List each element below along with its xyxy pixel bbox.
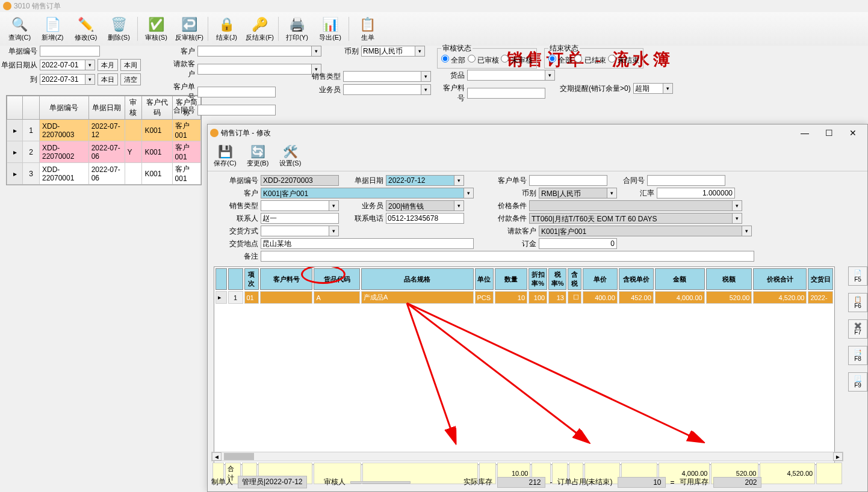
filter-custdoc[interactable] (197, 87, 276, 97)
edit-toolbar-变更(B)[interactable]: 🔄变更(B) (243, 143, 272, 170)
form-salesman[interactable]: 200|销售钱 (386, 200, 454, 211)
main-grid-header[interactable]: 单据编号 (40, 96, 89, 120)
side-btn-F9[interactable]: 📃F9 (848, 372, 867, 392)
form-phone[interactable] (386, 213, 464, 224)
main-grid-header[interactable]: 审核 (125, 96, 142, 120)
close-button[interactable]: ✕ (841, 126, 865, 140)
side-btn-F7[interactable]: ✖️F7 (848, 319, 867, 339)
close-opt-yes[interactable]: 已结束 (574, 56, 606, 64)
detail-header[interactable]: 含税 (568, 268, 581, 290)
form-doc-date[interactable]: 2022-07-12 (386, 175, 454, 186)
detail-header[interactable]: 交货日 (808, 268, 833, 290)
main-grid-header[interactable] (7, 96, 23, 120)
form-cust-dd-icon[interactable]: ▾ (464, 188, 474, 198)
form-cust[interactable]: K001|客户001 (261, 188, 464, 198)
edit-toolbar-设置(S)[interactable]: 🛠️设置(S) (276, 143, 305, 170)
main-grid-header[interactable] (23, 96, 40, 120)
filter-product[interactable] (467, 70, 545, 81)
form-deposit[interactable]: 0 (539, 238, 617, 249)
form-reqcust[interactable]: K001|客户001 (539, 226, 742, 236)
form-payterm[interactable]: TT060|月结T/T60天 EOM T/T 60 DAYS (529, 213, 733, 224)
detail-header[interactable]: 单价 (583, 268, 618, 290)
product-dd-icon[interactable]: ▾ (545, 70, 555, 81)
form-payterm-dd-icon[interactable]: ▾ (733, 213, 742, 224)
form-reqcust-dd-icon[interactable]: ▾ (742, 226, 752, 236)
toolbar-新增(Z)[interactable]: 📄新增(Z) (36, 13, 69, 45)
form-priceterm[interactable] (529, 200, 733, 211)
main-grid-row[interactable]: ▸3XDD-220700012022-07-06K001客户001 (7, 163, 201, 185)
saletype-dd-icon[interactable]: ▾ (421, 71, 431, 82)
toolbar-反审核(F)[interactable]: ↩️反审核(F) (173, 13, 206, 45)
form-saletype[interactable] (261, 200, 329, 211)
audit-opt-yes[interactable]: 已审核 (468, 56, 499, 64)
audit-opt-no[interactable]: 未审核 (501, 56, 532, 64)
toolbar-结束(J)[interactable]: 🔒结束(J) (210, 13, 243, 45)
detail-header[interactable]: 税额 (706, 268, 752, 290)
form-contact[interactable] (261, 213, 339, 224)
btn-this-month[interactable]: 本月 (98, 59, 118, 71)
detail-header[interactable]: 品名规格 (361, 268, 473, 290)
form-salesman-dd-icon[interactable]: ▾ (454, 200, 464, 211)
filter-cust[interactable] (197, 46, 312, 57)
close-opt-all[interactable]: 全部 (548, 56, 572, 64)
toolbar-修改(G)[interactable]: ✏️修改(G) (69, 13, 102, 45)
form-delivmode[interactable] (261, 226, 329, 236)
form-contract[interactable] (647, 175, 725, 186)
toolbar-删除(S)[interactable]: 🗑️删除(S) (102, 13, 135, 45)
due-dd-icon[interactable]: ▾ (663, 83, 673, 94)
form-cust-doc[interactable] (529, 175, 607, 186)
filter-date-from[interactable] (40, 60, 85, 70)
detail-header[interactable]: 单位 (475, 268, 494, 290)
main-grid-row[interactable]: ▸1XDD-220700032022-07-12K001客户001 (7, 120, 201, 141)
scroll-left-icon[interactable]: ◄ (212, 452, 222, 461)
detail-header[interactable]: 项次 (244, 268, 259, 290)
main-grid-row[interactable]: ▸2XDD-220700022022-07-06YK001客户001 (7, 141, 201, 163)
filter-due[interactable] (633, 83, 663, 94)
maximize-button[interactable]: ☐ (817, 126, 841, 140)
side-btn-F8[interactable]: 📑F8 (848, 346, 867, 365)
filter-currency[interactable] (361, 46, 415, 57)
detail-hscroll[interactable]: ◄ ► (211, 452, 843, 461)
toolbar-审核(S)[interactable]: ✅审核(S) (140, 13, 173, 45)
form-delivaddr[interactable] (261, 238, 474, 249)
toolbar-反结束(F)[interactable]: 🔑反结束(F) (243, 13, 276, 45)
form-saletype-dd-icon[interactable]: ▾ (329, 200, 339, 211)
form-remark[interactable] (261, 251, 754, 262)
side-btn-F6[interactable]: 📋F6 (848, 293, 867, 312)
filter-saletype[interactable] (343, 71, 421, 82)
scroll-right-icon[interactable]: ► (833, 452, 843, 461)
close-opt-no[interactable]: 未结束 (608, 56, 639, 64)
filter-date-to[interactable] (40, 74, 85, 85)
detail-header[interactable] (228, 268, 243, 290)
toolbar-查询(C)[interactable]: 🔍查询(C) (3, 13, 36, 45)
main-grid-header[interactable]: 单据日期 (88, 96, 125, 120)
form-currency-dd-icon[interactable]: ▾ (607, 188, 617, 198)
filter-custpart[interactable] (467, 88, 545, 99)
form-delivmode-dd-icon[interactable]: ▾ (329, 226, 339, 236)
filter-contract[interactable] (197, 105, 276, 115)
btn-this-week[interactable]: 本周 (120, 59, 141, 71)
audit-opt-all[interactable]: 全部 (441, 56, 465, 64)
filter-doc-no[interactable] (40, 46, 100, 57)
filter-reqcust[interactable] (197, 64, 312, 75)
cust-dd-icon[interactable]: ▾ (312, 46, 321, 57)
detail-header[interactable]: 数量 (495, 268, 527, 290)
detail-header[interactable]: 含税单价 (619, 268, 654, 290)
detail-header[interactable]: 客户料号 (260, 268, 312, 290)
detail-header[interactable]: 金额 (655, 268, 705, 290)
doc-date-dd-icon[interactable]: ▾ (454, 175, 464, 186)
btn-clear[interactable]: 清空 (120, 73, 141, 85)
salesman-dd-icon[interactable]: ▾ (421, 84, 431, 95)
detail-header[interactable]: 价税合计 (753, 268, 807, 290)
minimize-button[interactable]: — (793, 126, 817, 140)
detail-header[interactable]: 货品代码 (314, 268, 360, 290)
form-priceterm-dd-icon[interactable]: ▾ (733, 200, 742, 211)
currency-dd-icon[interactable]: ▾ (415, 46, 425, 57)
detail-grid[interactable]: 项次客户料号货品代码品名规格单位数量折扣率%税率%含税单价含税单价金额税额价税合… (214, 266, 835, 465)
detail-header[interactable]: 折扣率% (529, 268, 547, 290)
form-rate[interactable]: 1.000000 (657, 188, 735, 198)
detail-header[interactable] (215, 268, 227, 290)
detail-header[interactable]: 税率% (548, 268, 566, 290)
form-currency[interactable]: RMB|人民币 (539, 188, 607, 198)
btn-today[interactable]: 本日 (98, 73, 118, 85)
